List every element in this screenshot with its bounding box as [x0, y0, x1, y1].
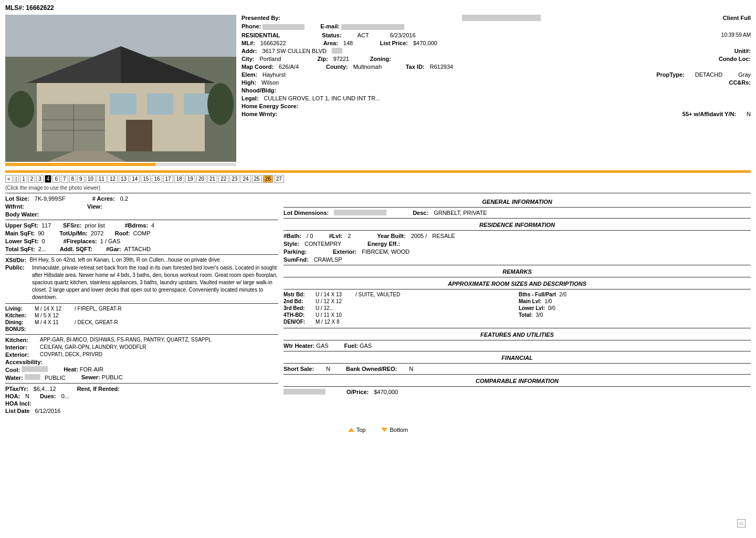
living-size: M / 14 X 12: [35, 306, 71, 312]
addr-label: Addr:: [242, 48, 257, 54]
photo-nav-17[interactable]: 17: [163, 175, 173, 183]
heat-label: Heat:: [64, 366, 78, 373]
bottom-link[interactable]: Bottom: [381, 427, 408, 433]
email-blurred: [341, 24, 404, 30]
kitchen-feat-value: APP-GAR, BI-MICO, DISHWAS, FS-RANG, PANT…: [40, 337, 212, 343]
phone-blurred: [262, 24, 304, 30]
ml-value: 16662622: [260, 40, 302, 46]
acres-value: 0.2: [120, 195, 128, 202]
dining-size: M / 4 X 11: [35, 319, 71, 325]
photo-nav-prev[interactable]: «: [5, 175, 13, 183]
upper-sqft-value: 117: [41, 222, 55, 229]
photo-nav-23[interactable]: 23: [229, 175, 239, 183]
4th-bd-label: 4TH-BD:: [284, 312, 312, 318]
mls-header: MLS#: 16662622: [5, 4, 751, 12]
main-sqft-value: 90: [38, 230, 51, 236]
photo-nav-6[interactable]: 6: [52, 175, 60, 183]
elem-label: Elem:: [242, 71, 257, 78]
svg-point-13: [8, 91, 34, 128]
photo-nav-18[interactable]: 18: [174, 175, 184, 183]
mstr-bd-size: U / 14 X 13: [316, 292, 352, 297]
photo-nav-2[interactable]: 2: [28, 175, 36, 183]
total-sqft-value: 2...: [38, 246, 51, 252]
xst-dir-label: XSt/Dir:: [5, 257, 26, 263]
lot-dim-blurred: [334, 210, 386, 215]
photo-nav-1[interactable]: 1: [20, 175, 27, 183]
photo-nav-10[interactable]: 10: [86, 175, 96, 183]
photo-nav-25[interactable]: 25: [252, 175, 262, 183]
kitchen-feat-label: Kitchen:: [5, 337, 37, 343]
general-info-title: GENERAL INFORMATION: [284, 199, 751, 205]
tax-id-value: R612934: [430, 64, 454, 70]
photo-nav-14[interactable]: 14: [130, 175, 140, 183]
city-label: City:: [242, 56, 254, 62]
fuel-label: Fuel:: [344, 343, 358, 349]
photo-nav-15[interactable]: 15: [141, 175, 151, 183]
rooms-title: APPROXIMATE ROOM SIZES AND DESCRIPTIONS: [284, 281, 751, 287]
fireplaces-label: #Fireplaces:: [64, 238, 97, 244]
photo-nav-13[interactable]: 13: [119, 175, 129, 183]
photo-nav-9[interactable]: 9: [77, 175, 85, 183]
photo-nav-11[interactable]: 11: [97, 175, 107, 183]
den-size: M / 12 X 8: [316, 319, 340, 325]
list-date-value: 6/12/2016: [35, 408, 60, 414]
tot-up-mn-value: 2072: [91, 230, 107, 236]
photo-nav-21[interactable]: 21: [207, 175, 217, 183]
photo-nav-27[interactable]: 27: [274, 175, 284, 183]
county-value: Multnomah: [353, 64, 390, 70]
svg-rect-10: [110, 94, 136, 115]
list-price-label: List Price:: [380, 40, 408, 46]
map-coord-value: 626/A/4: [279, 64, 310, 70]
prop-type-label: PropType:: [656, 71, 685, 78]
living-label: Living:: [5, 306, 32, 312]
zip-value: 97221: [333, 56, 354, 62]
photo-nav-20[interactable]: 20: [196, 175, 206, 183]
photo-click-hint: (Click the image to use the photo viewer…: [5, 185, 751, 191]
water-label: Water:: [5, 375, 23, 381]
acres-label: # Acres:: [92, 195, 115, 202]
photo-nav-4[interactable]: 4: [45, 175, 52, 183]
view-label: View:: [87, 203, 102, 210]
main-lvl-value: 1/0: [544, 298, 552, 304]
lower-sqft-label: Lower SqFt:: [5, 238, 39, 244]
elem-value: Hayhurst: [262, 71, 299, 78]
photo-nav-26[interactable]: 26: [263, 175, 273, 183]
photo-nav-8[interactable]: 8: [69, 175, 77, 183]
photo-nav-12[interactable]: 12: [108, 175, 118, 183]
lot-size-value: 7K-9,999SF: [35, 195, 77, 202]
photo-nav-7[interactable]: 7: [61, 175, 68, 183]
main-lvl-label: Main Lvl:: [519, 298, 541, 304]
den-label: DEN/OF:: [284, 319, 312, 325]
property-image[interactable]: [5, 15, 236, 162]
public-value: Immaculate, private retreat set back fro…: [32, 264, 278, 301]
sfsrc-label: SFSrc:: [63, 222, 81, 229]
cool-blurred: [22, 366, 48, 372]
fireplaces-value: 1 / GAS: [100, 238, 121, 244]
map-icon[interactable]: [332, 48, 342, 54]
legal-value: CULLEN GROVE, LOT 1, INC UND INT TR...: [264, 95, 380, 101]
photo-nav-22[interactable]: 22: [218, 175, 228, 183]
exterior-feat-value: COVPATI, DECK, PRIVRD: [40, 351, 102, 358]
gar-value: ATTACHD: [124, 246, 151, 252]
year-built-value: 2005 /: [411, 233, 427, 239]
orange-bar: [5, 170, 751, 173]
water-heater-value: GAS: [316, 343, 328, 349]
bath-label: #Bath:: [284, 233, 301, 239]
wtfrnt-label: Wtfrnt:: [5, 203, 24, 210]
top-link[interactable]: Top: [348, 427, 366, 433]
photo-nav-3[interactable]: 3: [36, 175, 44, 183]
bths-value: 2/0: [559, 292, 566, 297]
dues-value: 0...: [61, 393, 69, 399]
main-sqft-label: Main SqFt:: [5, 230, 35, 236]
photo-nav-16[interactable]: 16: [152, 175, 162, 183]
mstr-bd-feature: / SUITE, VAULTED: [355, 292, 400, 297]
body-water-label: Body Water:: [5, 211, 39, 218]
total-room-label: Total:: [519, 312, 532, 318]
bank-owned-value: N: [409, 366, 413, 372]
photo-nav-24[interactable]: 24: [240, 175, 250, 183]
addr-value: 3617 SW CULLEN BLVD: [262, 48, 327, 54]
bank-owned-label: Bank Owned/REO:: [346, 366, 397, 372]
desc-label: Desc:: [413, 210, 428, 216]
photo-nav-19[interactable]: 19: [185, 175, 195, 183]
presented-by-label: Presented By:: [242, 15, 280, 21]
